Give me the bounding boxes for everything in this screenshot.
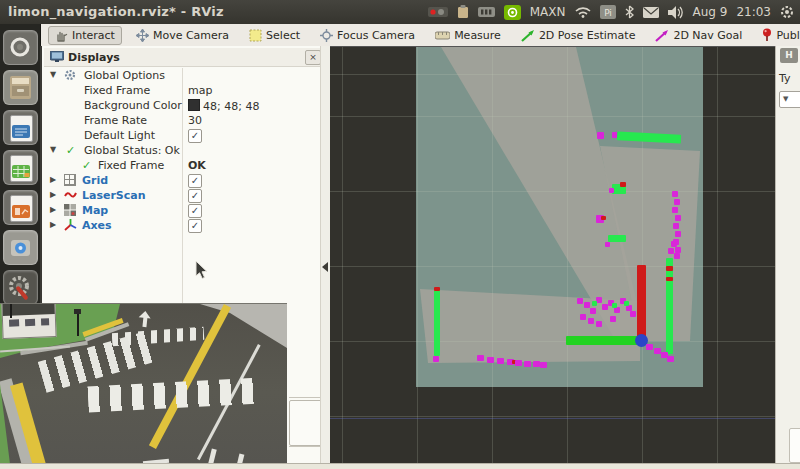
view-type-dropdown[interactable]: ▼ [779,91,800,108]
volume-icon[interactable] [668,6,684,19]
libreoffice-impress-icon[interactable] [3,190,38,225]
tree-row-background-color[interactable]: Background Color 48; 48; 48 [42,98,320,113]
mail-icon[interactable] [643,7,659,18]
scan-magenta [654,348,661,354]
expander-icon[interactable]: ▶ [50,220,56,229]
scan-magenta [497,358,504,364]
files-icon[interactable] [3,70,38,105]
bluetooth-icon[interactable] [625,5,634,19]
crosswalk-main [87,378,258,413]
yellow-edge-line [149,304,231,449]
tree-row-global-options[interactable]: ▼ Global Options [42,68,320,83]
system-tray: MAXN Pi Aug 9 21:03 [428,0,794,24]
scan-magenta [487,357,494,363]
scan-green [608,235,626,242]
scan-magenta [605,242,610,247]
map-icon [64,204,76,216]
software-center-icon[interactable] [3,230,38,265]
scan-magenta [590,308,596,314]
nvidia-icon[interactable] [504,5,521,20]
mouse-cursor [195,261,209,281]
focus-crosshair-icon [320,29,333,42]
tool-focus-camera[interactable]: Focus Camera [314,27,421,44]
svg-text:Pi: Pi [604,8,612,18]
tree-row-axes[interactable]: ▶ Axes ✓ [42,218,320,233]
scan-magenta [580,314,586,320]
tool-publish-point[interactable]: Publish Point [756,26,800,44]
default-light-checkbox[interactable]: ✓ [188,129,202,143]
expander-icon[interactable]: ▶ [50,175,56,184]
ruler-icon [435,31,450,40]
window-titlebar[interactable]: limon_navigation.rviz* - RViz MAXN Pi Au [0,0,800,24]
gear-icon [64,69,76,81]
tray-time[interactable]: 21:03 [736,5,771,19]
expander-icon[interactable]: ▶ [50,205,56,214]
panel-header-icon[interactable]: H [780,48,798,63]
camera-image-view[interactable] [0,303,287,464]
scan-red [601,216,606,220]
system-settings-icon[interactable] [3,270,38,305]
scan-magenta [577,298,583,304]
scan-magenta [533,361,540,367]
scan-green [624,301,629,306]
expander-icon[interactable]: ▼ [50,70,56,79]
tool-2d-pose-estimate[interactable]: 2D Pose Estimate [515,27,642,44]
session-gear-icon[interactable] [780,5,794,19]
battery-indicator-icon[interactable] [478,6,495,18]
expander-icon[interactable]: ▶ [50,190,56,199]
scan-green-wall [617,131,681,143]
3d-render-view[interactable] [330,46,775,464]
map-checkbox[interactable]: ✓ [188,204,202,218]
input-indicator-icon[interactable]: Pi [600,5,616,19]
scan-magenta [515,360,522,366]
background-color-value[interactable]: 48; 48; 48 [188,99,259,113]
displays-panel-header[interactable]: Displays × [44,48,320,67]
scan-magenta [588,318,594,324]
frame-rate-value[interactable]: 30 [188,114,202,127]
tree-row-laserscan[interactable]: ▶ LaserScan ✓ [42,188,320,203]
axes-checkbox[interactable]: ✓ [188,219,202,233]
screen-record-icon[interactable] [428,6,448,18]
tool-select[interactable]: Select [243,27,306,44]
expander-icon[interactable]: ▼ [50,145,56,154]
select-box-icon [249,29,262,42]
window-bottom-border [0,463,800,469]
scan-red [620,182,626,187]
scan-magenta [672,191,678,197]
tree-row-grid[interactable]: ▶ Grid ✓ [42,173,320,188]
libreoffice-calc-icon[interactable] [3,150,38,185]
collapse-left-icon[interactable] [322,262,328,272]
scan-magenta [675,231,681,237]
tree-row-map[interactable]: ▶ Map ✓ [42,203,320,218]
laserscan-checkbox[interactable]: ✓ [188,189,202,203]
tool-measure[interactable]: Measure [429,27,507,44]
tree-row-default-light[interactable]: Default Light ✓ [42,128,320,143]
window-title: limon_navigation.rviz* - RViz [8,4,224,19]
wifi-icon[interactable] [575,6,591,18]
status-ok-icon: ✓ [82,159,91,172]
tree-row-global-status[interactable]: ▼ ✓ Global Status: Ok [42,143,320,158]
move-icon [136,29,149,42]
clipboard-icon[interactable] [457,5,469,19]
gpu-mode-label[interactable]: MAXN [530,5,566,19]
tree-row-status-fixed-frame[interactable]: ✓ Fixed Frame OK [42,158,320,173]
tool-move-camera[interactable]: Move Camera [130,27,235,44]
scan-magenta [673,223,679,229]
map-pin-icon [762,28,772,42]
tool-2d-nav-goal[interactable]: 2D Nav Goal [649,27,748,44]
fixed-frame-value[interactable]: map [188,84,212,97]
tray-date[interactable]: Aug 9 [693,5,728,19]
axes-x-bar [637,265,646,341]
scan-green-wall [666,258,673,354]
scan-red [666,277,673,281]
grid-checkbox[interactable]: ✓ [188,174,202,188]
type-label-fragment: Ty [779,72,791,85]
arrow-marking-head [139,310,152,318]
scan-magenta [671,241,677,247]
tree-row-fixed-frame[interactable]: Fixed Frame map [42,83,320,98]
tree-row-frame-rate[interactable]: Frame Rate 30 [42,113,320,128]
libreoffice-writer-icon[interactable] [3,110,38,145]
tool-interact[interactable]: Interact [48,26,122,45]
ubuntu-dash-icon[interactable] [3,30,38,65]
close-icon[interactable]: × [305,50,321,65]
